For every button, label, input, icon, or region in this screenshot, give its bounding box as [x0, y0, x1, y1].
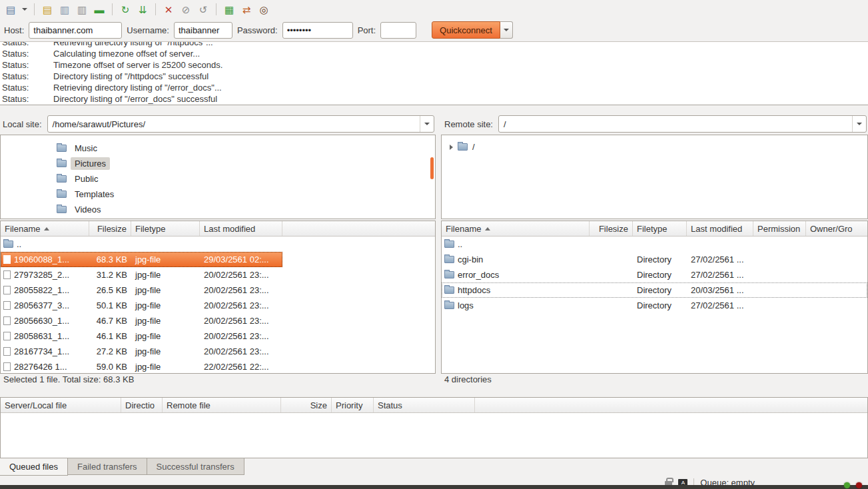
column-header-filesize[interactable]: Filesize [590, 221, 633, 236]
tree-item-templates[interactable]: Templates [1, 187, 435, 202]
column-header-server-local-file[interactable]: Server/Local file [1, 398, 121, 412]
chevron-down-icon [857, 123, 862, 125]
column-header-filler [282, 221, 435, 236]
column-header-filename[interactable]: Filename [1, 221, 89, 236]
table-row[interactable]: 28058631_1... 46.1 KB jpg-file 20/02/256… [1, 328, 282, 344]
toggle-local-tree-button[interactable]: ▥ [57, 1, 73, 17]
process-queue-button[interactable]: ⇊ [135, 1, 151, 17]
column-header-filesize[interactable]: Filesize [89, 221, 131, 236]
horizontal-splitter[interactable] [0, 386, 868, 397]
chevron-down-icon [504, 29, 509, 31]
message-log[interactable]: Status:Retrieving directory listing of "… [0, 41, 868, 105]
cancel-icon: ✕ [165, 5, 173, 15]
column-header-last-modified[interactable]: Last modified [200, 221, 282, 236]
column-header-filetype[interactable]: Filetype [131, 221, 200, 236]
log-line: Status:Directory listing of "/error_docs… [0, 93, 868, 105]
tree-item-public[interactable]: Public [1, 171, 435, 187]
led-green-icon [844, 482, 850, 488]
transfer-queue[interactable]: Server/Local file Directio Remote file S… [0, 397, 868, 458]
vertical-splitter[interactable] [436, 113, 441, 386]
username-input[interactable] [174, 22, 232, 39]
toggle-queue-button[interactable]: ▬ [91, 1, 107, 17]
table-row[interactable]: 28056377_3... 50.1 KB jpg-file 20/02/256… [1, 298, 282, 313]
remote-list-header: Filename Filesize Filetype Last modified… [442, 221, 867, 237]
remote-site-label: Remote site: [444, 119, 493, 129]
quickconnect-dropdown[interactable] [500, 21, 513, 39]
remote-site-combo[interactable]: / [498, 115, 867, 133]
table-row[interactable]: 28276426 1... 59.0 KB jpg-file 22/02/256… [1, 359, 282, 374]
disconnect-icon: ⊘ [182, 5, 191, 15]
remote-site-path: / [504, 119, 506, 129]
tab-failed-transfers[interactable]: Failed transfers [67, 458, 147, 475]
table-row[interactable]: cgi-bin Directory 27/02/2561 ... [442, 252, 867, 267]
column-header-priority[interactable]: Priority [332, 398, 374, 412]
tree-item-pictures[interactable]: Pictures [1, 156, 435, 171]
column-header-size[interactable]: Size [281, 398, 332, 412]
remote-file-list: Filename Filesize Filetype Last modified… [441, 221, 868, 374]
column-header-direction[interactable]: Directio [121, 398, 163, 412]
file-icon [3, 316, 11, 325]
file-icon [3, 286, 11, 294]
table-row[interactable]: 28056630_1... 46.7 KB jpg-file 20/02/256… [1, 313, 282, 328]
reconnect-icon: ↺ [199, 5, 208, 15]
column-header-owner-group[interactable]: Owner/Gro [806, 221, 867, 236]
username-label: Username: [127, 25, 169, 35]
tree-item-root[interactable]: / [442, 139, 867, 155]
folder-up-icon [444, 241, 454, 248]
password-input[interactable] [282, 22, 353, 39]
quickconnect-button[interactable]: Quickconnect [432, 21, 500, 39]
toggle-remote-tree-button[interactable]: ▥ [74, 1, 90, 17]
site-manager-button[interactable]: ▤ [3, 1, 19, 17]
folder-icon [444, 286, 454, 294]
remote-site-dropdown[interactable] [852, 116, 866, 132]
local-status-text: Selected 1 file. Total size: 68.3 KB [3, 374, 433, 386]
folder-icon [444, 302, 454, 309]
folder-icon [57, 206, 67, 213]
site-manager-icon: ▤ [6, 5, 15, 15]
table-row-selected[interactable]: 19060088_1... 68.3 KB jpg-file 29/03/256… [1, 252, 282, 267]
local-tree: Music Pictures Public Templates Videos [0, 135, 436, 219]
tree-item-videos[interactable]: Videos [1, 202, 435, 217]
toggle-log-button[interactable]: ▤ [39, 1, 55, 17]
port-input[interactable] [380, 22, 416, 39]
local-site-dropdown[interactable] [420, 116, 434, 132]
tab-queued-files[interactable]: Queued files [0, 458, 68, 476]
column-header-filetype[interactable]: Filetype [633, 221, 687, 236]
table-row[interactable]: .. [442, 237, 867, 252]
table-row[interactable]: logs Directory 27/02/2561 ... [442, 298, 867, 313]
local-site-path: /home/sarawut/Pictures/ [53, 119, 145, 129]
directory-comparison-button[interactable]: ▦ [221, 1, 237, 17]
column-header-status[interactable]: Status [374, 398, 475, 412]
toggle-log-icon: ▤ [43, 5, 52, 15]
column-header-filename[interactable]: Filename [442, 221, 590, 236]
column-header-permission[interactable]: Permission [753, 221, 806, 236]
host-input[interactable] [29, 22, 122, 39]
synchronized-browsing-icon: ⇄ [242, 5, 251, 15]
cancel-button[interactable]: ✕ [161, 1, 177, 17]
column-header-last-modified[interactable]: Last modified [687, 221, 753, 236]
quickconnect-bar: Host: Username: Password: Port: Quickcon… [0, 19, 868, 41]
find-files-button[interactable]: ◎ [256, 1, 272, 17]
table-row[interactable]: 28167734_1... 27.2 KB jpg-file 20/02/256… [1, 344, 282, 359]
table-row[interactable]: .. [1, 237, 282, 252]
table-row-focused[interactable]: httpdocs Directory 20/03/2561 ... [442, 282, 867, 298]
disconnect-button[interactable]: ⊘ [178, 1, 194, 17]
file-icon [3, 362, 11, 371]
reconnect-button[interactable]: ↺ [195, 1, 211, 17]
tab-successful-transfers[interactable]: Successful transfers [147, 458, 244, 475]
expander-icon[interactable] [450, 145, 453, 150]
table-row[interactable]: 27973285_2... 31.2 KB jpg-file 20/02/256… [1, 267, 282, 282]
scrollbar[interactable] [430, 157, 434, 179]
log-line: Status:Timezone offset of server is 2520… [0, 59, 868, 71]
table-row[interactable]: 28055822_1... 26.5 KB jpg-file 20/02/256… [1, 282, 282, 298]
led-red-icon [856, 482, 862, 488]
synchronized-browsing-button[interactable]: ⇄ [238, 1, 254, 17]
refresh-button[interactable]: ↻ [117, 1, 133, 17]
toggle-local-tree-icon: ▥ [60, 5, 69, 15]
log-line: Status:Directory listing of "/httpdocs" … [0, 71, 868, 82]
site-manager-dropdown[interactable] [20, 1, 29, 17]
column-header-remote-file[interactable]: Remote file [163, 398, 281, 412]
local-site-combo[interactable]: /home/sarawut/Pictures/ [47, 115, 434, 133]
table-row[interactable]: error_docs Directory 27/02/2561 ... [442, 267, 867, 282]
tree-item-music[interactable]: Music [1, 141, 435, 156]
